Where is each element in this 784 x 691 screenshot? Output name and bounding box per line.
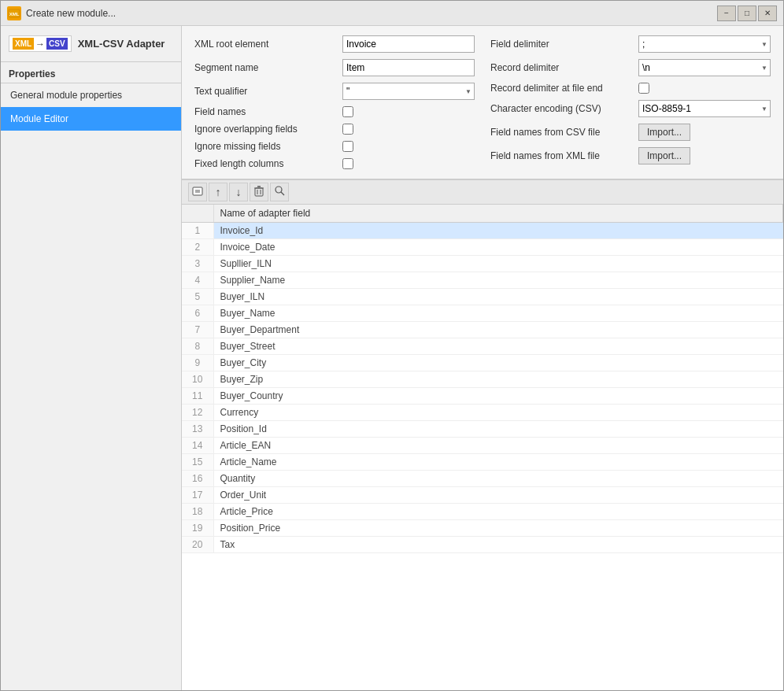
row-field-name: Invoice_Id — [213, 223, 783, 239]
add-icon — [192, 186, 203, 199]
row-number: 9 — [182, 355, 213, 371]
row-field-name: Supllier_ILN — [213, 256, 783, 272]
move-down-button[interactable]: ↓ — [229, 183, 248, 201]
row-number: 3 — [182, 256, 213, 272]
table-row[interactable]: 5 Buyer_ILN — [182, 289, 783, 305]
move-up-button[interactable]: ↑ — [209, 183, 227, 201]
xml-root-label: XML root element — [194, 39, 336, 50]
row-field-name: Supplier_Name — [213, 272, 783, 289]
delete-icon — [254, 186, 264, 199]
row-field-name: Article_Price — [213, 504, 783, 520]
row-field-name: Article_Name — [213, 454, 783, 471]
text-qualifier-label: Text qualifier — [194, 86, 336, 97]
ignore-overlapping-checkbox[interactable] — [342, 124, 353, 135]
import-xml-button[interactable]: Import... — [638, 147, 690, 164]
record-delimiter-select[interactable]: \n \r\n \r — [638, 59, 771, 76]
table-row[interactable]: 6 Buyer_Name — [182, 305, 783, 322]
row-number: 4 — [182, 272, 213, 289]
app-icon: XML — [7, 6, 21, 20]
table-row[interactable]: 14 Article_EAN — [182, 438, 783, 454]
table-row[interactable]: 1 Invoice_Id — [182, 223, 783, 239]
table-row[interactable]: 17 Order_Unit — [182, 487, 783, 504]
field-names-label: Field names — [194, 106, 336, 117]
row-field-name: Order_Unit — [213, 487, 783, 504]
field-delimiter-label: Field delimiter — [490, 39, 632, 50]
table-row[interactable]: 20 Tax — [182, 537, 783, 553]
table-row[interactable]: 7 Buyer_Department — [182, 322, 783, 338]
sidebar-item-module-editor[interactable]: Module Editor — [1, 107, 181, 131]
table-row[interactable]: 4 Supplier_Name — [182, 272, 783, 289]
table-row[interactable]: 18 Article_Price — [182, 504, 783, 520]
minimize-button[interactable]: − — [717, 6, 736, 21]
row-field-name: Tax — [213, 537, 783, 553]
table-row[interactable]: 16 Quantity — [182, 471, 783, 487]
up-arrow-icon: ↑ — [216, 186, 221, 198]
table-row[interactable]: 11 Buyer_Country — [182, 388, 783, 405]
svg-point-10 — [276, 187, 282, 193]
record-delimiter-label: Record delimiter — [490, 62, 632, 73]
svg-line-11 — [281, 192, 284, 195]
xml-root-row: XML root element — [194, 35, 475, 53]
table-row[interactable]: 12 Currency — [182, 405, 783, 421]
char-encoding-row: Character encoding (CSV) ISO-8859-1 UTF-… — [490, 100, 771, 117]
row-field-name: Buyer_Department — [213, 322, 783, 338]
segment-name-input[interactable] — [342, 59, 475, 76]
search-button[interactable] — [270, 183, 289, 201]
import-csv-button[interactable]: Import... — [638, 124, 690, 141]
table-row[interactable]: 2 Invoice_Date — [182, 239, 783, 256]
table-row[interactable]: 9 Buyer_City — [182, 355, 783, 371]
row-field-name: Position_Id — [213, 421, 783, 438]
row-number: 20 — [182, 537, 213, 553]
fields-table-container[interactable]: Name of adapter field 1 Invoice_Id 2 Inv… — [182, 205, 783, 690]
text-qualifier-select[interactable]: " ' (none) — [342, 83, 475, 100]
add-row-button[interactable] — [188, 183, 207, 201]
table-row[interactable]: 10 Buyer_Zip — [182, 371, 783, 388]
row-number: 11 — [182, 388, 213, 405]
char-encoding-select[interactable]: ISO-8859-1 UTF-8 UTF-16 — [638, 100, 771, 117]
col-num-header — [182, 205, 213, 223]
table-row[interactable]: 8 Buyer_Street — [182, 338, 783, 355]
field-delimiter-select[interactable]: ; , | TAB — [638, 35, 771, 53]
record-delimiter-wrapper: \n \r\n \r ▼ — [638, 59, 771, 76]
row-number: 10 — [182, 371, 213, 388]
svg-text:XML: XML — [9, 12, 20, 17]
ignore-missing-checkbox[interactable] — [342, 141, 353, 152]
row-number: 17 — [182, 487, 213, 504]
form-area: XML root element Segment name Text quali… — [182, 26, 783, 179]
row-number: 8 — [182, 338, 213, 355]
adapter-title: XML-CSV Adapter — [78, 38, 165, 50]
form-grid: XML root element Segment name Text quali… — [194, 35, 771, 169]
maximize-button[interactable]: □ — [738, 6, 756, 21]
record-delim-file-end-label: Record delimiter at file end — [490, 83, 632, 94]
text-qualifier-row: Text qualifier " ' (none) ▼ — [194, 83, 475, 100]
field-names-checkbox[interactable] — [342, 106, 353, 117]
sidebar-item-general[interactable]: General module properties — [1, 83, 181, 107]
table-row[interactable]: 15 Article_Name — [182, 454, 783, 471]
ignore-overlapping-row: Ignore overlapping fields — [194, 124, 475, 135]
field-names-row: Field names — [194, 106, 475, 117]
row-field-name: Buyer_Zip — [213, 371, 783, 388]
fixed-length-checkbox[interactable] — [342, 158, 353, 169]
table-row[interactable]: 19 Position_Price — [182, 520, 783, 537]
delete-button[interactable] — [250, 183, 268, 201]
table-row[interactable]: 13 Position_Id — [182, 421, 783, 438]
row-number: 12 — [182, 405, 213, 421]
record-delim-file-end-row: Record delimiter at file end — [490, 83, 771, 94]
close-button[interactable]: ✕ — [758, 6, 777, 21]
record-delim-file-end-checkbox[interactable] — [638, 83, 649, 94]
row-number: 7 — [182, 322, 213, 338]
row-number: 18 — [182, 504, 213, 520]
row-field-name: Invoice_Date — [213, 239, 783, 256]
field-names-xml-label: Field names from XML file — [490, 150, 632, 161]
row-field-name: Position_Price — [213, 520, 783, 537]
down-arrow-icon: ↓ — [236, 186, 242, 198]
logo-area: XML → CSV XML-CSV Adapter — [1, 26, 181, 62]
row-number: 14 — [182, 438, 213, 454]
xml-root-input[interactable] — [342, 35, 475, 53]
table-row[interactable]: 3 Supllier_ILN — [182, 256, 783, 272]
record-delimiter-row: Record delimiter \n \r\n \r ▼ — [490, 59, 771, 76]
field-delimiter-row: Field delimiter ; , | TAB ▼ — [490, 35, 771, 53]
char-encoding-wrapper: ISO-8859-1 UTF-8 UTF-16 ▼ — [638, 100, 771, 117]
row-number: 19 — [182, 520, 213, 537]
svg-rect-5 — [255, 188, 263, 196]
